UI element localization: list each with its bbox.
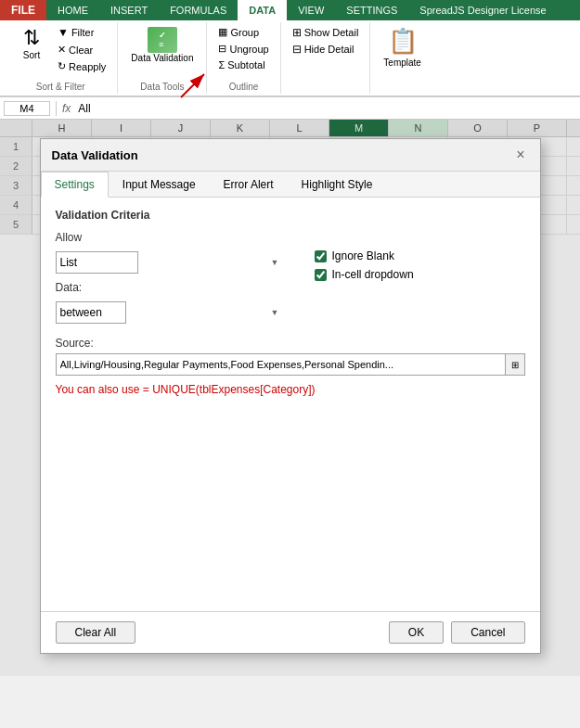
filter-icon: ▼: [58, 26, 69, 39]
formula-bar: fx: [0, 97, 580, 120]
sort-filter-label: Sort & Filter: [36, 80, 85, 92]
file-tab[interactable]: FILE: [0, 0, 46, 20]
detail-group: ⊞ Show Detail ⊟ Hide Detail: [281, 22, 371, 94]
source-label: Source:: [56, 337, 525, 350]
hint-text: You can also use = UNIQUE(tblExpenses[Ca…: [56, 383, 525, 396]
tab-insert[interactable]: INSERT: [99, 0, 159, 20]
data-tools-group: ✓≡ Data Validation Data Tools: [118, 22, 207, 94]
ignore-blank-label: Ignore Blank: [332, 249, 394, 262]
tab-home[interactable]: HOME: [46, 0, 99, 20]
checkbox-group: Ignore Blank In-cell dropdown: [315, 249, 525, 281]
ribbon-content: ⇅ Sort ▼ Filter ✕ Clear ↻ Reapply: [0, 20, 580, 96]
sort-label: Sort: [23, 50, 40, 60]
ungroup-button[interactable]: ⊟ Ungroup: [214, 41, 272, 57]
template-icon: 📋: [388, 27, 418, 56]
data-tools-label: Data Tools: [140, 80, 184, 92]
source-expand-button[interactable]: ⊞: [505, 353, 525, 376]
in-cell-dropdown-label: In-cell dropdown: [332, 268, 414, 281]
spreadsheet: H I J K L M N O P Q R 1 2 3 4 Select Cat…: [0, 120, 580, 676]
sort-filter-group: ⇅ Sort ▼ Filter ✕ Clear ↻ Reapply: [4, 22, 118, 94]
dialog-spacer: [56, 396, 525, 600]
clear-label: Clear: [69, 45, 93, 56]
cell-reference[interactable]: [4, 101, 50, 116]
allow-select-row: List Any value Whole number Decimal Date…: [56, 251, 285, 274]
data-validation-icon: ✓≡: [148, 27, 177, 53]
criteria-right: Ignore Blank In-cell dropdown: [296, 231, 525, 331]
data-validation-label: Data Validation: [131, 53, 193, 63]
clear-button[interactable]: ✕ Clear: [54, 42, 110, 57]
ungroup-label: Ungroup: [229, 44, 268, 55]
tab-settings[interactable]: SETTINGS: [335, 0, 408, 20]
criteria-two-col: Allow List Any value Whole number Decima…: [56, 231, 525, 331]
sort-icon: ⇅: [23, 28, 40, 48]
filter-button[interactable]: ▼ Filter: [54, 24, 110, 41]
template-button[interactable]: 📋 Template: [378, 24, 427, 70]
fx-label: fx: [62, 102, 71, 115]
show-detail-button[interactable]: ⊞ Show Detail: [289, 24, 363, 41]
ribbon: FILE HOME INSERT FORMULAS DATA VIEW SETT…: [0, 0, 580, 97]
criteria-left: Allow List Any value Whole number Decima…: [56, 231, 285, 331]
formula-input[interactable]: [74, 101, 576, 116]
allow-row: Allow: [56, 231, 285, 244]
template-label: Template: [383, 57, 421, 68]
tab-highlight-style[interactable]: Highlight Style: [288, 172, 387, 198]
in-cell-dropdown-row: In-cell dropdown: [315, 268, 525, 281]
group-ungroup-group: ▦ Group ⊟ Ungroup Σ Subtotal Outline: [207, 22, 280, 94]
formula-divider: [56, 101, 57, 116]
sort-button[interactable]: ⇅ Sort: [11, 24, 52, 64]
data-validation-dialog: Data Validation × Settings Input Message…: [40, 138, 541, 654]
source-expand-icon: ⊞: [511, 360, 519, 370]
subtotal-label: Subtotal: [227, 59, 264, 70]
dialog-close-button[interactable]: ×: [512, 147, 528, 163]
dialog-title-bar: Data Validation ×: [41, 139, 540, 172]
data-label: Data:: [56, 281, 111, 294]
data-row: Data:: [56, 281, 285, 294]
source-input-wrapper: ⊞: [56, 353, 525, 376]
data-select[interactable]: between not between: [56, 301, 126, 324]
reapply-label: Reapply: [69, 61, 106, 72]
allow-label: Allow: [56, 231, 111, 244]
outline-label: Outline: [229, 80, 259, 92]
subtotal-button[interactable]: Σ Subtotal: [214, 57, 268, 72]
tab-data[interactable]: DATA: [238, 0, 287, 20]
subtotal-icon: Σ: [218, 59, 225, 70]
reapply-button[interactable]: ↻ Reapply: [54, 58, 110, 74]
tab-formulas[interactable]: FORMULAS: [159, 0, 238, 20]
dialog-footer: Clear All OK Cancel: [41, 611, 540, 653]
in-cell-dropdown-checkbox[interactable]: [315, 269, 327, 281]
show-detail-label: Show Detail: [304, 27, 359, 38]
ignore-blank-row: Ignore Blank: [315, 249, 525, 262]
hide-detail-button[interactable]: ⊟ Hide Detail: [289, 41, 363, 57]
hide-detail-icon: ⊟: [292, 43, 302, 56]
allow-select-wrapper: List Any value Whole number Decimal Date…: [56, 251, 285, 274]
dialog-title: Data Validation: [52, 148, 138, 162]
tab-view[interactable]: VIEW: [287, 0, 335, 20]
tab-spreadjs[interactable]: SpreadJS Designer License: [408, 0, 557, 20]
clear-icon: ✕: [58, 44, 66, 56]
cancel-button[interactable]: Cancel: [451, 621, 524, 644]
tab-input-message[interactable]: Input Message: [109, 172, 210, 198]
data-validation-button[interactable]: ✓≡ Data Validation: [125, 24, 199, 66]
clear-all-button[interactable]: Clear All: [56, 621, 136, 644]
reapply-icon: ↻: [58, 60, 66, 72]
show-detail-icon: ⊞: [292, 26, 302, 39]
group-button[interactable]: ▦ Group: [214, 24, 263, 40]
data-select-wrapper: between not between: [56, 301, 285, 324]
tab-error-alert[interactable]: Error Alert: [210, 172, 288, 198]
dialog-body: Validation Criteria Allow List Any value: [41, 198, 540, 611]
dialog-tabs: Settings Input Message Error Alert Highl…: [41, 172, 540, 198]
allow-select[interactable]: List Any value Whole number Decimal Date…: [56, 251, 138, 274]
hide-detail-label: Hide Detail: [304, 44, 354, 55]
filter-label: Filter: [71, 27, 94, 38]
group-label: Group: [230, 27, 259, 38]
ok-button[interactable]: OK: [389, 621, 444, 644]
group-icon: ▦: [218, 26, 227, 38]
ungroup-icon: ⊟: [218, 43, 226, 55]
source-row: Source: ⊞: [56, 337, 525, 376]
tab-settings[interactable]: Settings: [41, 172, 109, 198]
section-title: Validation Criteria: [56, 209, 525, 222]
source-input[interactable]: [56, 353, 506, 376]
ignore-blank-checkbox[interactable]: [315, 250, 327, 262]
template-group: 📋 Template: [370, 22, 434, 94]
dialog-overlay: Data Validation × Settings Input Message…: [0, 120, 580, 676]
